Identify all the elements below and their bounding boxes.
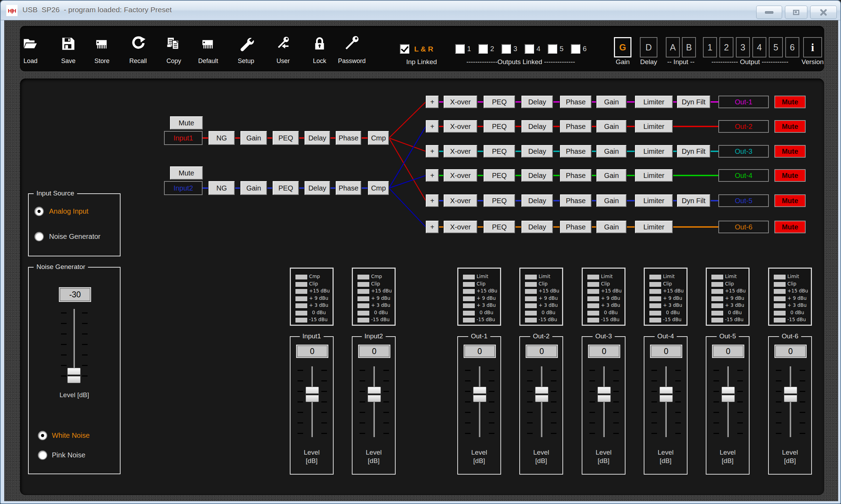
noise-generator-label: Noise Generator bbox=[49, 233, 101, 241]
noise-level-label: Level [dB] bbox=[29, 391, 120, 399]
noise-level-value[interactable]: -30 bbox=[59, 287, 91, 302]
white-noise-radio[interactable] bbox=[38, 431, 47, 440]
input-source-title: Input Source bbox=[34, 189, 77, 197]
noise-generator-radio[interactable] bbox=[34, 232, 44, 241]
pink-noise-label: Pink Noise bbox=[52, 451, 86, 459]
noise-ticks-left bbox=[61, 312, 67, 377]
analog-input-radio[interactable] bbox=[34, 207, 44, 216]
noise-ticks-right bbox=[82, 312, 88, 377]
input-source-panel: Input Source Analog Input Noise Generato… bbox=[28, 193, 121, 256]
analog-input-label: Analog Input bbox=[49, 207, 88, 215]
noise-level-knob[interactable] bbox=[67, 368, 81, 383]
noise-generator-panel: Noise Generator -30 Level [dB] White Noi… bbox=[28, 267, 121, 474]
application-window: H|H USB SP26 - program loaded: Factory P… bbox=[0, 0, 841, 504]
left-panels: Input Source Analog Input Noise Generato… bbox=[1, 1, 841, 504]
white-noise-label: White Noise bbox=[52, 431, 90, 440]
noise-generator-title: Noise Generator bbox=[34, 263, 88, 271]
pink-noise-radio[interactable] bbox=[38, 450, 47, 460]
